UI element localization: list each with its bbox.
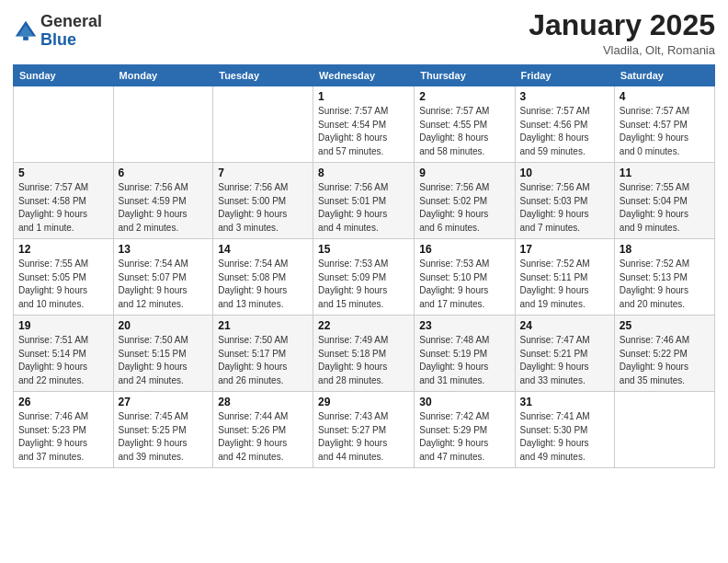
cell-day-number: 29 <box>318 396 409 408</box>
cell-day-number: 10 <box>520 167 609 179</box>
cell-day-number: 5 <box>18 167 108 179</box>
calendar-header-cell: Tuesday <box>213 65 313 86</box>
cell-info-text: Sunrise: 7:48 AM Sunset: 5:19 PM Dayligh… <box>419 334 509 387</box>
cell-info-text: Sunrise: 7:43 AM Sunset: 5:27 PM Dayligh… <box>318 410 409 464</box>
calendar-cell: 11Sunrise: 7:55 AM Sunset: 5:04 PM Dayli… <box>614 163 714 239</box>
cell-day-number: 8 <box>318 167 409 179</box>
cell-day-number: 19 <box>18 319 108 332</box>
calendar-cell: 26Sunrise: 7:46 AM Sunset: 5:23 PM Dayli… <box>14 392 114 468</box>
calendar-cell: 10Sunrise: 7:56 AM Sunset: 5:03 PM Dayli… <box>515 163 614 239</box>
cell-info-text: Sunrise: 7:54 AM Sunset: 5:08 PM Dayligh… <box>218 258 308 311</box>
cell-day-number: 15 <box>318 243 409 256</box>
cell-day-number: 12 <box>18 243 108 256</box>
calendar-week-row: 1Sunrise: 7:57 AM Sunset: 4:54 PM Daylig… <box>14 86 715 163</box>
cell-day-number: 16 <box>419 243 509 256</box>
cell-info-text: Sunrise: 7:57 AM Sunset: 4:58 PM Dayligh… <box>18 181 108 235</box>
cell-info-text: Sunrise: 7:51 AM Sunset: 5:14 PM Dayligh… <box>18 334 108 387</box>
calendar-cell: 3Sunrise: 7:57 AM Sunset: 4:56 PM Daylig… <box>515 86 614 163</box>
calendar-cell: 6Sunrise: 7:56 AM Sunset: 4:59 PM Daylig… <box>113 163 213 239</box>
calendar-cell <box>614 392 714 468</box>
calendar-cell: 16Sunrise: 7:53 AM Sunset: 5:10 PM Dayli… <box>415 239 515 316</box>
page: General Blue January 2025 Vladila, Olt, … <box>0 0 728 563</box>
cell-day-number: 23 <box>419 319 509 332</box>
calendar-header-cell: Saturday <box>614 65 714 86</box>
cell-day-number: 11 <box>620 167 710 179</box>
cell-day-number: 26 <box>18 396 108 408</box>
location: Vladila, Olt, Romania <box>529 43 715 57</box>
cell-day-number: 1 <box>318 90 409 103</box>
calendar-cell: 21Sunrise: 7:50 AM Sunset: 5:17 PM Dayli… <box>213 316 313 392</box>
logo-general: General <box>40 12 102 30</box>
logo-blue: Blue <box>40 30 76 49</box>
cell-info-text: Sunrise: 7:47 AM Sunset: 5:21 PM Dayligh… <box>520 334 609 387</box>
calendar-header-row: SundayMondayTuesdayWednesdayThursdayFrid… <box>14 65 715 86</box>
cell-day-number: 14 <box>218 243 308 256</box>
calendar-cell: 24Sunrise: 7:47 AM Sunset: 5:21 PM Dayli… <box>515 316 614 392</box>
cell-info-text: Sunrise: 7:56 AM Sunset: 5:00 PM Dayligh… <box>218 181 308 235</box>
cell-day-number: 4 <box>620 90 710 103</box>
calendar-body: 1Sunrise: 7:57 AM Sunset: 4:54 PM Daylig… <box>14 86 715 468</box>
cell-info-text: Sunrise: 7:57 AM Sunset: 4:57 PM Dayligh… <box>620 105 710 158</box>
cell-info-text: Sunrise: 7:49 AM Sunset: 5:18 PM Dayligh… <box>318 334 409 387</box>
cell-info-text: Sunrise: 7:46 AM Sunset: 5:23 PM Dayligh… <box>18 410 108 464</box>
calendar-cell <box>113 86 213 163</box>
cell-info-text: Sunrise: 7:50 AM Sunset: 5:17 PM Dayligh… <box>218 334 308 387</box>
cell-day-number: 17 <box>520 243 609 256</box>
month-title: January 2025 <box>529 9 715 41</box>
calendar: SundayMondayTuesdayWednesdayThursdayFrid… <box>13 64 715 468</box>
calendar-cell: 15Sunrise: 7:53 AM Sunset: 5:09 PM Dayli… <box>313 239 415 316</box>
cell-day-number: 31 <box>520 396 609 408</box>
cell-info-text: Sunrise: 7:53 AM Sunset: 5:10 PM Dayligh… <box>419 258 509 311</box>
calendar-cell: 9Sunrise: 7:56 AM Sunset: 5:02 PM Daylig… <box>415 163 515 239</box>
cell-info-text: Sunrise: 7:56 AM Sunset: 5:03 PM Dayligh… <box>520 181 609 235</box>
calendar-header: SundayMondayTuesdayWednesdayThursdayFrid… <box>14 65 715 86</box>
title-area: January 2025 Vladila, Olt, Romania <box>529 9 715 57</box>
cell-day-number: 3 <box>520 90 609 103</box>
calendar-cell: 29Sunrise: 7:43 AM Sunset: 5:27 PM Dayli… <box>313 392 415 468</box>
calendar-cell: 28Sunrise: 7:44 AM Sunset: 5:26 PM Dayli… <box>213 392 313 468</box>
calendar-cell: 1Sunrise: 7:57 AM Sunset: 4:54 PM Daylig… <box>313 86 415 163</box>
calendar-cell <box>14 86 114 163</box>
logo: General Blue <box>13 13 102 50</box>
cell-day-number: 24 <box>520 319 609 332</box>
cell-day-number: 9 <box>419 167 509 179</box>
cell-info-text: Sunrise: 7:44 AM Sunset: 5:26 PM Dayligh… <box>218 410 308 464</box>
cell-info-text: Sunrise: 7:56 AM Sunset: 4:59 PM Dayligh… <box>119 181 209 235</box>
calendar-cell: 7Sunrise: 7:56 AM Sunset: 5:00 PM Daylig… <box>213 163 313 239</box>
calendar-cell: 20Sunrise: 7:50 AM Sunset: 5:15 PM Dayli… <box>113 316 213 392</box>
header: General Blue January 2025 Vladila, Olt, … <box>13 9 715 57</box>
calendar-cell: 31Sunrise: 7:41 AM Sunset: 5:30 PM Dayli… <box>515 392 614 468</box>
cell-info-text: Sunrise: 7:54 AM Sunset: 5:07 PM Dayligh… <box>119 258 209 311</box>
cell-info-text: Sunrise: 7:45 AM Sunset: 5:25 PM Dayligh… <box>119 410 209 464</box>
cell-info-text: Sunrise: 7:57 AM Sunset: 4:54 PM Dayligh… <box>318 105 409 158</box>
logo-icon <box>13 18 39 44</box>
calendar-cell: 18Sunrise: 7:52 AM Sunset: 5:13 PM Dayli… <box>614 239 714 316</box>
calendar-cell: 2Sunrise: 7:57 AM Sunset: 4:55 PM Daylig… <box>415 86 515 163</box>
cell-day-number: 18 <box>620 243 710 256</box>
calendar-cell: 27Sunrise: 7:45 AM Sunset: 5:25 PM Dayli… <box>113 392 213 468</box>
calendar-cell: 17Sunrise: 7:52 AM Sunset: 5:11 PM Dayli… <box>515 239 614 316</box>
cell-info-text: Sunrise: 7:41 AM Sunset: 5:30 PM Dayligh… <box>520 410 609 464</box>
cell-info-text: Sunrise: 7:56 AM Sunset: 5:02 PM Dayligh… <box>419 181 509 235</box>
cell-info-text: Sunrise: 7:53 AM Sunset: 5:09 PM Dayligh… <box>318 258 409 311</box>
svg-rect-2 <box>23 36 28 40</box>
calendar-week-row: 12Sunrise: 7:55 AM Sunset: 5:05 PM Dayli… <box>14 239 715 316</box>
cell-day-number: 21 <box>218 319 308 332</box>
calendar-week-row: 26Sunrise: 7:46 AM Sunset: 5:23 PM Dayli… <box>14 392 715 468</box>
cell-day-number: 2 <box>419 90 509 103</box>
calendar-header-cell: Monday <box>113 65 213 86</box>
calendar-header-cell: Thursday <box>415 65 515 86</box>
cell-day-number: 25 <box>620 319 710 332</box>
cell-info-text: Sunrise: 7:50 AM Sunset: 5:15 PM Dayligh… <box>119 334 209 387</box>
calendar-cell: 30Sunrise: 7:42 AM Sunset: 5:29 PM Dayli… <box>415 392 515 468</box>
calendar-cell: 13Sunrise: 7:54 AM Sunset: 5:07 PM Dayli… <box>113 239 213 316</box>
cell-info-text: Sunrise: 7:55 AM Sunset: 5:04 PM Dayligh… <box>620 181 710 235</box>
calendar-cell: 12Sunrise: 7:55 AM Sunset: 5:05 PM Dayli… <box>14 239 114 316</box>
cell-info-text: Sunrise: 7:55 AM Sunset: 5:05 PM Dayligh… <box>18 258 108 311</box>
calendar-cell: 25Sunrise: 7:46 AM Sunset: 5:22 PM Dayli… <box>614 316 714 392</box>
cell-info-text: Sunrise: 7:42 AM Sunset: 5:29 PM Dayligh… <box>419 410 509 464</box>
calendar-header-cell: Sunday <box>14 65 114 86</box>
calendar-header-cell: Friday <box>515 65 614 86</box>
cell-info-text: Sunrise: 7:52 AM Sunset: 5:11 PM Dayligh… <box>520 258 609 311</box>
calendar-cell: 19Sunrise: 7:51 AM Sunset: 5:14 PM Dayli… <box>14 316 114 392</box>
